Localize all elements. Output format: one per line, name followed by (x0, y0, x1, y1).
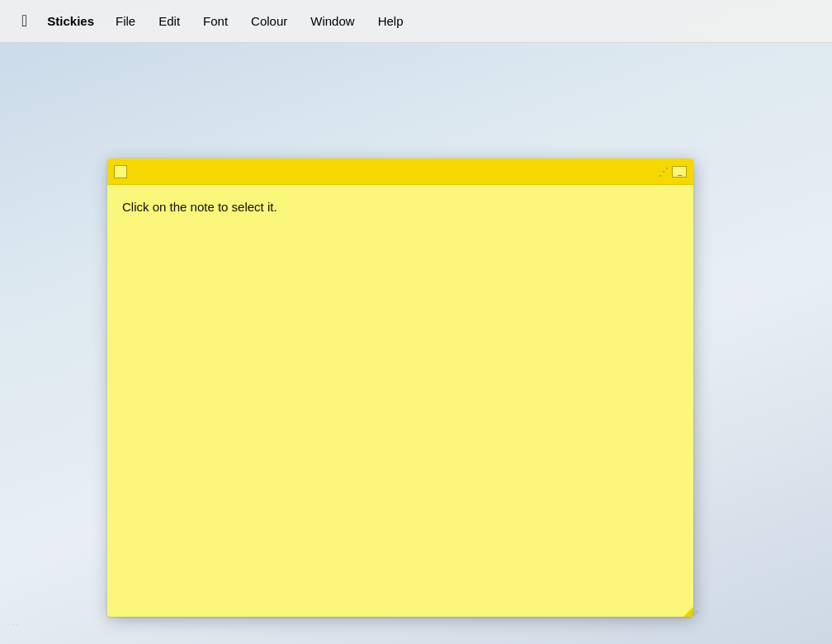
desktop-hint-icon: ✏ (688, 605, 702, 620)
titlebar-left (114, 165, 127, 178)
sticky-content[interactable]: Click on the note to select it. (107, 185, 693, 617)
collapse-icon: ⎯ (678, 168, 682, 176)
bottom-dots: ··· (8, 620, 20, 629)
menu-font[interactable]: Font (193, 11, 238, 31)
sticky-note-window: ⋰ ⎯ Click on the note to select it. (107, 159, 693, 617)
desktop: ⋰ ⎯ Click on the note to select it. ✏ ··… (0, 43, 832, 644)
menu-bar:  Stickies File Edit Font Colour Window … (0, 0, 832, 43)
note-text[interactable]: Click on the note to select it. (122, 198, 678, 217)
menu-window[interactable]: Window (300, 11, 364, 31)
menu-file[interactable]: File (106, 11, 145, 31)
menu-edit[interactable]: Edit (149, 11, 190, 31)
close-button[interactable] (114, 165, 127, 178)
resize-icon: ⋰ (659, 167, 669, 177)
app-name: Stickies (39, 11, 102, 31)
apple-menu[interactable]:  (13, 8, 35, 34)
titlebar-right: ⋰ ⎯ (659, 166, 687, 178)
sticky-titlebar[interactable]: ⋰ ⎯ (107, 159, 693, 185)
collapse-button[interactable]: ⎯ (672, 166, 687, 178)
menu-help[interactable]: Help (368, 11, 414, 31)
menu-colour[interactable]: Colour (241, 11, 297, 31)
